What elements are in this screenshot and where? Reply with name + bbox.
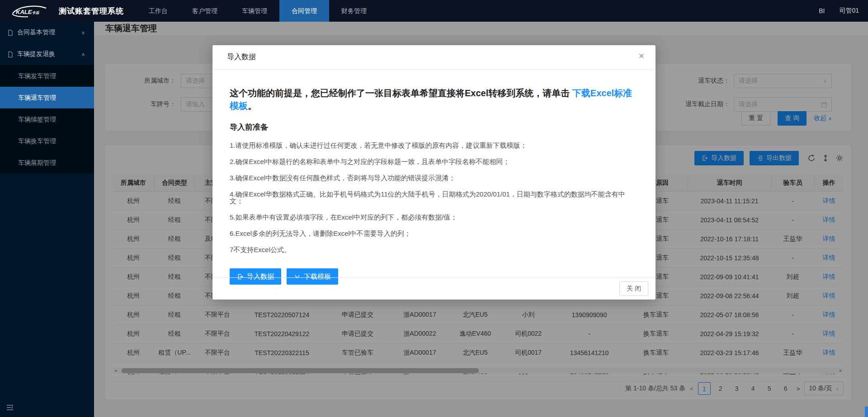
instruction-item: 4.确保Excel华数据格式正确。比如手机号码格式为11位的大陆手机号，日期格式…: [230, 191, 638, 204]
modal-intro: 这个功能的前提是，您已经制作了一张目标表单希望直接将Excel转移到系统，请单击…: [230, 87, 638, 112]
top-navbar: KALE卡乐 测试账套管理系统 工作台客户管理车辆管理合同管理财务管理 BI 司…: [0, 0, 868, 22]
instruction-item: 1.请使用标准模版，确认未进行过任何更改，若无意中修改了模版的原有内容，建议重新…: [230, 142, 638, 149]
sidebar-subitem-车辆续签管理[interactable]: 车辆续签管理: [0, 108, 94, 130]
sidebar-subitem-车辆换车管理[interactable]: 车辆换车管理: [0, 130, 94, 152]
menu-fold-icon[interactable]: [6, 404, 14, 411]
document-icon: [7, 29, 14, 36]
nav-tab-合同管理[interactable]: 合同管理: [279, 0, 329, 22]
navbar-right: BI 司管01: [819, 0, 859, 22]
chevron-up-icon: ∧: [81, 52, 85, 57]
import-instructions: 1.请使用标准模版，确认未进行过任何更改，若无意中修改了模版的原有内容，建议重新…: [230, 142, 638, 253]
system-title: 测试账套管理系统: [59, 6, 124, 16]
sidebar: 合同基本管理 ∨ 车辆提发退换 ∧ 车辆发车管理车辆退车管理车辆续签管理车辆换车…: [0, 22, 94, 417]
modal-section-title: 导入前准备: [230, 122, 638, 132]
sidebar-item-label: 车辆提发退换: [17, 50, 81, 58]
sidebar-submenu: 车辆发车管理车辆退车管理车辆续签管理车辆换车管理车辆展期管理: [0, 65, 94, 173]
vertical-scrollbar-thumb[interactable]: [865, 407, 868, 417]
instruction-item: 3.确保Excel中数据没有任何颜色样式，否则将与导入功能的错误提示混淆；: [230, 174, 638, 181]
modal-close-button[interactable]: 关 闭: [619, 281, 648, 296]
kale-logo: KALE卡乐: [10, 3, 55, 19]
main-menu: 工作台客户管理车辆管理合同管理财务管理: [137, 0, 379, 22]
instruction-item: 7不支持Excel公式。: [230, 246, 638, 253]
modal-title: 导入数据: [227, 52, 256, 62]
sidebar-item-vehicle-dispatch[interactable]: 车辆提发退换 ∧: [0, 43, 94, 65]
chevron-down-icon: ∨: [81, 30, 85, 36]
nav-tab-工作台[interactable]: 工作台: [137, 0, 180, 22]
modal-header: 导入数据 ✕: [212, 45, 656, 70]
import-data-modal: 导入数据 ✕ 这个功能的前提是，您已经制作了一张目标表单希望直接将Excel转移…: [212, 45, 656, 300]
bi-link[interactable]: BI: [819, 7, 825, 14]
car-logo-icon: KALE卡乐: [10, 3, 49, 19]
user-menu[interactable]: 司管01: [839, 7, 859, 15]
sidebar-subitem-车辆退车管理[interactable]: 车辆退车管理: [0, 87, 94, 108]
sidebar-item-contract-basic[interactable]: 合同基本管理 ∨: [0, 22, 94, 43]
modal-footer: 关 闭: [212, 277, 656, 300]
nav-tab-客户管理[interactable]: 客户管理: [180, 0, 230, 22]
nav-tab-财务管理[interactable]: 财务管理: [329, 0, 379, 22]
document-icon: [7, 51, 14, 58]
close-icon[interactable]: ✕: [638, 52, 645, 61]
instruction-item: 6.Excel多余的列无法导入，请删除Excel中不需要导入的列；: [230, 230, 638, 237]
modal-body: 这个功能的前提是，您已经制作了一张目标表单希望直接将Excel转移到系统，请单击…: [212, 70, 656, 285]
sidebar-subitem-车辆展期管理[interactable]: 车辆展期管理: [0, 152, 94, 173]
app-window: KALE卡乐 测试账套管理系统 工作台客户管理车辆管理合同管理财务管理 BI 司…: [0, 0, 868, 417]
sidebar-item-label: 合同基本管理: [17, 28, 81, 37]
instruction-item: 5.如果表单中有设置必填项字段，在Excel中对应的列下，都必须有数据/值；: [230, 214, 638, 220]
sidebar-subitem-车辆发车管理[interactable]: 车辆发车管理: [0, 65, 94, 87]
instruction-item: 2.确保Excel中标题行的名称和表单中与之对应的字段标题一致，且表单中字段名称…: [230, 158, 638, 165]
nav-tab-车辆管理[interactable]: 车辆管理: [230, 0, 279, 22]
svg-text:KALE卡乐: KALE卡乐: [16, 9, 39, 15]
